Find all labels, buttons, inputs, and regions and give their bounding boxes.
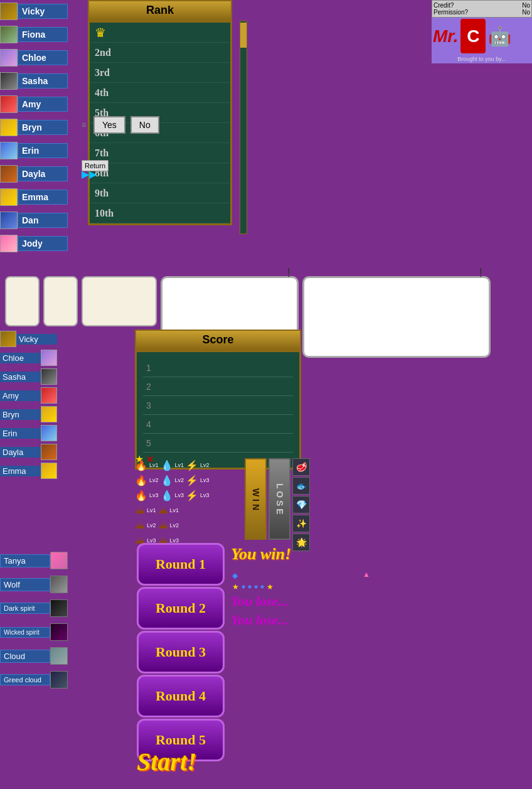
lc-item-greedcloud[interactable]: Greed cloud: [0, 668, 68, 691]
yes-button[interactable]: Yes: [93, 116, 125, 134]
char-name-sasha: Sasha: [18, 73, 68, 89]
top-right-panel: Credit? No Permission? No Mr. C 🤖 Brough…: [432, 0, 532, 63]
score-num-5: 5: [146, 438, 151, 448]
score-num-1: 1: [146, 363, 151, 373]
lc-item-darkspirit[interactable]: Dark spirit: [0, 597, 68, 620]
avatar-chloe: [0, 49, 18, 67]
permission-row: Permission? No: [434, 9, 530, 16]
item-row-1: 🥩: [292, 458, 310, 476]
char-item-sasha[interactable]: Sasha: [0, 70, 82, 92]
star-5: ◆: [260, 584, 264, 591]
slc-emma[interactable]: Emma: [0, 461, 57, 480]
lc-name-cloud: Cloud: [0, 650, 50, 663]
rank-scrollbar[interactable]: [240, 21, 247, 234]
round-4-button[interactable]: Round 4: [137, 675, 225, 717]
score-num-3: 3: [146, 400, 151, 411]
slc-erin[interactable]: Erin: [0, 424, 57, 443]
arrows-area: ▶▶: [82, 168, 97, 180]
slc-vicky[interactable]: Vicky: [0, 330, 57, 348]
lc-avatar-cloud: [50, 647, 68, 665]
lc-avatar-tanya: [50, 552, 68, 569]
slc-dayla[interactable]: Dayla: [0, 443, 57, 461]
menu-icon: ≡: [82, 121, 86, 129]
bubble-medium-1: [82, 276, 157, 326]
no-button[interactable]: No: [130, 116, 159, 134]
char-name-jody: Jody: [18, 236, 68, 251]
item-row-4: ✨: [292, 515, 310, 532]
permission-label: Permission?: [434, 9, 468, 16]
char-item-amy[interactable]: Amy: [0, 93, 82, 115]
lc-name-wolf: Wolf: [0, 578, 50, 591]
lc-item-cloud[interactable]: Cloud: [0, 645, 68, 667]
round-3-button[interactable]: Round 3: [137, 631, 225, 674]
item-row-3: 💎: [292, 496, 310, 513]
round-1-button[interactable]: Round 1: [137, 543, 225, 586]
lc-avatar-greedcloud: [50, 671, 68, 689]
pow-lv-1: Lv1: [149, 462, 159, 468]
slc-chloe[interactable]: Chloe: [0, 348, 57, 367]
avatar-fiona: [0, 26, 18, 43]
char-item-fiona[interactable]: Fiona: [0, 23, 82, 46]
item-box-2: 🐟: [292, 477, 310, 495]
crown-icon: ♛: [95, 25, 106, 40]
slc-avatar-dayla: [41, 444, 57, 460]
start-button[interactable]: Start!: [137, 747, 197, 776]
char-item-dan[interactable]: Dan: [0, 209, 82, 232]
char-name-emma: Emma: [18, 190, 68, 205]
you-lose-text-2: You lose...: [231, 612, 289, 628]
slc-name-amy: Amy: [0, 390, 41, 401]
lc-item-wickedspirit[interactable]: Wicked spirit: [0, 621, 68, 643]
rank-row-7th: 7th: [90, 143, 230, 163]
pow-lv-6: Lv3: [200, 477, 210, 483]
rank-row-8th: 8th: [90, 163, 230, 183]
slc-amy[interactable]: Amy: [0, 386, 57, 405]
char-item-emma[interactable]: Emma: [0, 186, 82, 208]
rank-title: Rank: [88, 0, 232, 21]
lc-name-greedcloud: Greed cloud: [0, 674, 50, 685]
round-2-button[interactable]: Round 2: [137, 587, 225, 630]
lc-item-wolf[interactable]: Wolf: [0, 573, 68, 596]
char-item-vicky[interactable]: Vicky: [0, 0, 82, 23]
char-item-erin[interactable]: Erin: [0, 139, 82, 162]
you-lose-text-1: You lose...: [231, 593, 289, 609]
lc-name-wickedspirit: Wicked spirit: [0, 627, 50, 638]
char-item-bryn[interactable]: Bryn: [0, 116, 82, 139]
char-name-bryn: Bryn: [18, 120, 68, 135]
char-item-chloe[interactable]: Chloe: [0, 46, 82, 69]
score-num-4: 4: [146, 419, 151, 429]
item-box-3: 💎: [292, 496, 310, 513]
pow-lv-7: Lv3: [149, 492, 159, 498]
char-item-jody[interactable]: Jody: [0, 232, 82, 255]
avatar-jody: [0, 235, 18, 252]
avatar-erin: [0, 142, 18, 159]
lc-name-darkspirit: Dark spirit: [0, 603, 50, 614]
char-item-dayla[interactable]: Dayla: [0, 163, 82, 185]
score-left-chars: Vicky Chloe Sasha Amy Bryn Erin Dayla Em…: [0, 330, 57, 480]
robot-figure: 🤖: [488, 25, 511, 47]
rank-row-2nd: 2nd: [90, 43, 230, 63]
pow-lv-12: Lv2: [147, 522, 156, 529]
avatar-bryn: [0, 119, 18, 136]
avatar-emma: [0, 188, 18, 206]
pow-lv-5: Lv2: [175, 477, 184, 483]
score-title: Score: [135, 330, 301, 350]
win-banner: W I N: [245, 458, 267, 540]
pow-lv-9: Lv3: [200, 492, 210, 498]
earth-icon-1: ⛰: [135, 505, 145, 516]
lc-item-tanya[interactable]: Tanya: [0, 549, 68, 572]
lc-avatar-darkspirit: [50, 599, 68, 617]
slc-sasha[interactable]: Sasha: [0, 367, 57, 386]
score-line-3: 3: [143, 396, 293, 415]
water-icon-3: 💧: [161, 490, 173, 502]
item-row-2: 🐟: [292, 477, 310, 495]
slc-bryn[interactable]: Bryn: [0, 405, 57, 424]
pow-lv-13: Lv2: [170, 522, 179, 529]
exclaim-icon-2: !: [479, 266, 482, 280]
lc-avatar-wickedspirit: [50, 623, 68, 641]
slc-name-erin: Erin: [0, 428, 41, 439]
scroll-thumb[interactable]: [240, 23, 247, 48]
stars-row: ★ ◆ ◆ ◆ ◆ ★: [232, 582, 274, 591]
rank-num-10: 10th: [95, 208, 120, 219]
rank-row-4th: 4th: [90, 83, 230, 103]
rank-num-2: 2nd: [95, 47, 120, 58]
